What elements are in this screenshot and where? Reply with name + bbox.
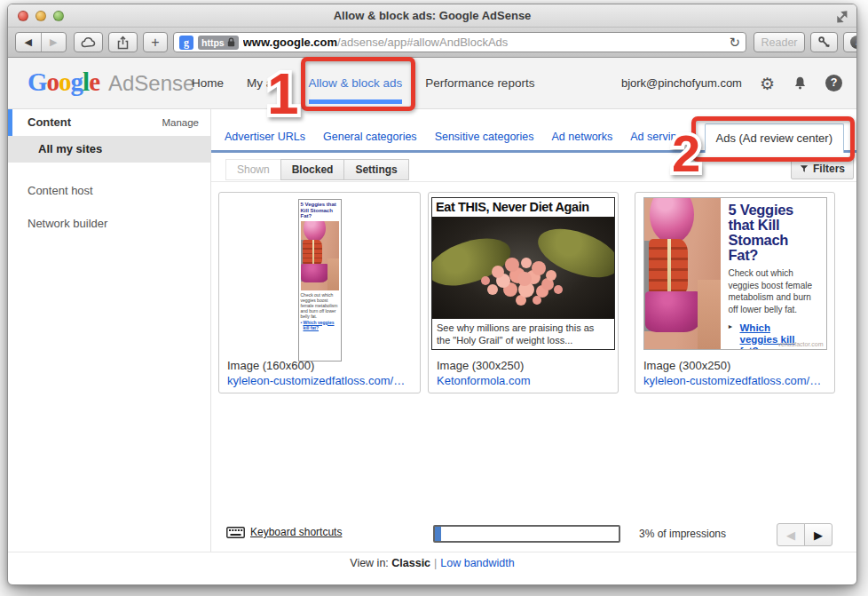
tab-sensitive-categories[interactable]: Sensitive categories [435, 131, 534, 143]
sidebar-item-content-host[interactable]: Content host [28, 184, 93, 197]
key-icon [817, 36, 831, 49]
ad-card[interactable]: Eat THIS, Never Diet Again See why milli… [428, 192, 619, 393]
annotation-number-2: 2 [667, 118, 720, 189]
tab-advertiser-urls[interactable]: Advertiser URLs [225, 131, 305, 143]
ad-caption: Image (160x600) kyleleon-customizedfatlo… [227, 358, 414, 388]
icloud-tabs-button[interactable] [74, 32, 103, 52]
ad-url-link[interactable]: Ketonformola.com [437, 373, 612, 388]
subtab-shown[interactable]: Shown [225, 159, 281, 180]
browser-window: Allow & block ads: Google AdSense ◀ ▶ [7, 4, 857, 585]
decor [432, 229, 517, 294]
share-button[interactable] [108, 32, 138, 52]
subtab-blocked[interactable]: Blocked [280, 159, 345, 180]
google-logo: Google [28, 68, 99, 97]
ad-body-text: Check out which veggies boost female met… [299, 290, 341, 319]
url-host: www.google.com [243, 36, 337, 49]
ad-text-column: 5 Veggies that Kill Stomach Fat? Check o… [721, 198, 826, 349]
ad-photo-graphic [432, 217, 614, 319]
pagination: ◀ ▶ [777, 523, 832, 546]
sidebar-item-network-builder[interactable]: Network builder [28, 217, 107, 230]
ad-attribution: venusfactor.com [778, 341, 824, 347]
low-bandwidth-link[interactable]: Low bandwidth [440, 557, 514, 569]
https-badge: https [198, 36, 239, 50]
keyboard-icon [226, 527, 245, 538]
view-in-prefix: View in: [350, 557, 391, 569]
sidebar-section-content: Content Manage [8, 109, 210, 136]
forward-button[interactable]: ▶ [42, 36, 67, 48]
new-tab-button[interactable]: + [143, 32, 168, 52]
tab-general-categories[interactable]: General categories [323, 131, 417, 143]
filter-funnel-icon [800, 164, 809, 173]
decor [698, 280, 721, 349]
ad-preview-300x250: 5 Veggies that Kill Stomach Fat? Check o… [643, 197, 827, 350]
fullscreen-icon[interactable] [834, 9, 850, 25]
ad-torso-graphic [644, 198, 721, 349]
minimize-window-button[interactable] [36, 11, 46, 21]
content-area: Content Manage All my sites Content host… [8, 109, 856, 552]
active-section-accent [8, 109, 12, 136]
url-text: www.google.com/adsense/app#allowAndBlock… [243, 36, 725, 49]
https-label: https [201, 37, 225, 48]
ad-body-text: Check out which veggies boost female met… [729, 267, 820, 315]
ad-card[interactable]: 5 Veggies that Kill Stomach Fat? Check o… [635, 192, 835, 393]
traffic-lights [18, 11, 64, 21]
subtab-settings[interactable]: Settings [343, 159, 408, 180]
nav-performance-reports[interactable]: Performance reports [425, 58, 534, 108]
share-icon [116, 36, 130, 50]
downloads-button[interactable]: ↓ [843, 32, 857, 52]
main-panel: Advertiser URLs General categories Sensi… [211, 109, 857, 552]
window-title: Allow & block ads: Google AdSense [97, 9, 768, 22]
bell-icon[interactable] [793, 75, 808, 91]
title-bar[interactable]: Allow & block ads: Google AdSense [8, 4, 856, 28]
sidebar-item-all-my-sites[interactable]: All my sites [8, 136, 210, 163]
decor [645, 291, 700, 332]
browser-toolbar: ◀ ▶ + g https [8, 28, 856, 58]
shown-blocked-settings-toggle: Shown Blocked Settings [225, 159, 409, 180]
ad-size-label: Image (160x600) [227, 358, 414, 373]
password-extension-button[interactable] [810, 32, 838, 52]
reader-button[interactable]: Reader [754, 32, 805, 52]
divider [8, 552, 856, 552]
annotation-box-1 [301, 57, 415, 111]
ad-caption: Image (300x250) kyleleon-customizedfatlo… [643, 358, 829, 388]
sidebar: Content Manage All my sites Content host… [8, 109, 211, 552]
tab-ad-networks[interactable]: Ad networks [552, 131, 613, 143]
decor [327, 258, 339, 290]
zoom-window-button[interactable] [53, 11, 64, 21]
prev-page-button[interactable]: ◀ [777, 523, 805, 546]
close-window-button[interactable] [18, 11, 28, 21]
ad-card[interactable]: 5 Veggies that Kill Stomach Fat? Check o… [218, 192, 421, 393]
keyboard-shortcuts-link[interactable]: Keyboard shortcuts [250, 526, 342, 538]
ad-url-link[interactable]: kyleleon-customizedfatloss.com/… [227, 373, 414, 388]
url-path: /adsense/app#allowAndBlockAds [337, 36, 508, 49]
decor [532, 219, 614, 287]
ad-thumbnail-wrap: 5 Veggies that Kill Stomach Fat? Check o… [635, 193, 834, 350]
next-page-button[interactable]: ▶ [804, 523, 832, 546]
gear-icon[interactable]: ⚙ [760, 74, 775, 93]
view-in-bar: View in: Classic|Low bandwidth [8, 557, 856, 569]
ad-url-link[interactable]: kyleleon-customizedfatloss.com/… [643, 373, 829, 388]
sidebar-section-label: Content [28, 115, 71, 129]
ad-headline: 5 Veggies that Kill Stomach Fat? [299, 200, 341, 220]
keyboard-shortcuts: Keyboard shortcuts [226, 526, 342, 538]
manage-link[interactable]: Manage [162, 117, 199, 128]
ad-headline: Eat THIS, Never Diet Again [432, 198, 614, 217]
google-favicon-icon: g [179, 36, 193, 50]
lock-icon [227, 37, 235, 47]
decor [304, 221, 326, 242]
ad-cta-link: •Which veggies kill fat? [299, 319, 341, 330]
ad-preview-160x600: 5 Veggies that Kill Stomach Fat? Check o… [298, 199, 342, 362]
address-bar[interactable]: g https www.google.com/adsense/app#allow… [173, 32, 746, 52]
decor [667, 239, 671, 295]
ad-caption: Image (300x250) Ketonformola.com [437, 358, 612, 388]
nav-home[interactable]: Home [192, 58, 224, 108]
adsense-header: Google AdSense Home My ads Allow & block… [8, 58, 856, 109]
view-classic: Classic [391, 557, 430, 569]
cloud-icon [81, 36, 97, 48]
decor [301, 264, 328, 282]
decor [312, 240, 314, 266]
history-nav-group: ◀ ▶ [15, 32, 67, 52]
help-icon[interactable]: ? [825, 75, 842, 91]
back-button[interactable]: ◀ [16, 36, 41, 48]
reload-button[interactable]: ↻ [729, 35, 740, 51]
